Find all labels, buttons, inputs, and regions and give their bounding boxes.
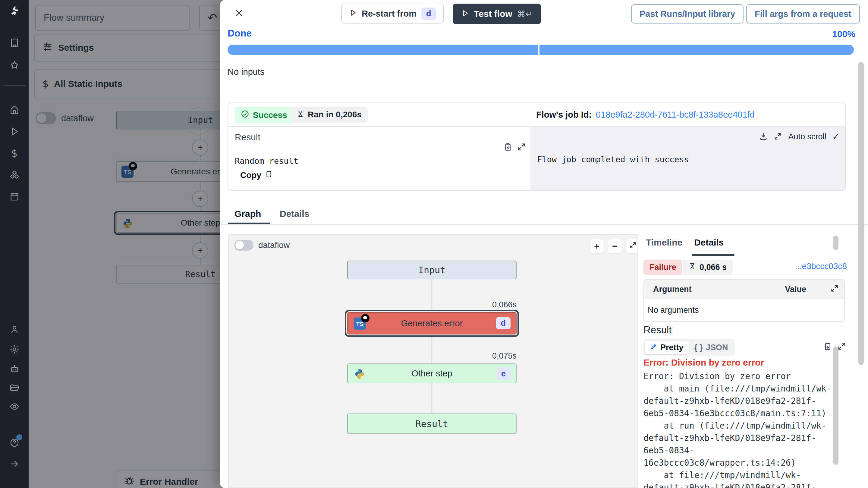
json-toggle[interactable]: { } JSON xyxy=(689,341,734,354)
error-title: Error: Division by zero error xyxy=(644,357,764,368)
run-card-header: Success Ran in 0,206s Flow's job Id: 018… xyxy=(228,103,845,127)
result-view-switch: Pretty { } JSON xyxy=(644,339,735,355)
graph-node-input[interactable]: Input xyxy=(347,261,517,279)
details-scrollbar-thumb[interactable] xyxy=(833,235,838,250)
clipboard-icon xyxy=(265,170,273,180)
arguments-table: Argument Value No arguments xyxy=(644,279,845,322)
no-inputs-label: No inputs xyxy=(227,67,265,77)
job-id-link[interactable]: 018e9fa2-280d-7611-bc8f-133a8ee401fd xyxy=(596,110,755,120)
tab-details[interactable]: Details xyxy=(280,209,309,219)
resources-cubes-icon[interactable] xyxy=(8,169,21,181)
status-percent: 100% xyxy=(832,29,855,39)
result-title: Result xyxy=(235,132,260,142)
drawer-scrollbar-thumb[interactable] xyxy=(858,62,864,365)
expand-icon xyxy=(629,241,637,251)
step-id-badge: d xyxy=(496,317,511,329)
log-toolbar: Auto scroll ✓ xyxy=(759,132,839,142)
flow-edge xyxy=(432,383,432,413)
run-result-card: Success Ran in 0,206s Flow's job Id: 018… xyxy=(227,103,846,191)
play-icon xyxy=(349,9,357,19)
step-result-title: Result xyxy=(644,324,672,336)
close-drawer-button[interactable] xyxy=(231,6,247,21)
col-argument: Argument xyxy=(653,285,692,294)
test-flow-drawer: Re-start from d Test flow ⌘↵ Past Runs/I… xyxy=(220,0,868,488)
pen-icon xyxy=(650,343,657,352)
step-details-panel: Timeline Details Failure 0,066 s ...e3bc… xyxy=(638,234,868,488)
expand-error-icon[interactable] xyxy=(837,342,846,351)
copy-error-icon[interactable] xyxy=(823,342,832,351)
restart-from-button[interactable]: Re-start from d xyxy=(341,4,444,24)
play-icon xyxy=(461,9,469,19)
active-tab-underline xyxy=(692,254,735,256)
check-circle-icon xyxy=(241,110,249,120)
zoom-in-button[interactable]: + xyxy=(590,239,604,253)
download-log-icon[interactable] xyxy=(759,132,768,142)
typescript-icon: TS xyxy=(354,318,366,329)
node-duration: 0,066s xyxy=(347,300,517,310)
graph-node-result[interactable]: Result xyxy=(347,413,517,434)
flow-graph-panel: dataflow + − Input 0,066s TS Generates e… xyxy=(228,234,638,488)
run-log-panel: Auto scroll ✓ Flow job completed with su… xyxy=(530,127,845,190)
schedules-calendar-icon[interactable] xyxy=(8,191,21,203)
step-id-badge: e xyxy=(496,368,510,380)
error-log-scrollbar-thumb[interactable] xyxy=(833,347,838,465)
windmill-logo[interactable] xyxy=(8,5,21,17)
failure-badge: Failure xyxy=(644,260,682,275)
worker-robot-icon[interactable] xyxy=(8,363,21,375)
settings-gear-icon[interactable] xyxy=(8,343,21,355)
user-icon[interactable] xyxy=(8,323,21,335)
status-label: Done xyxy=(227,28,252,39)
notification-dot xyxy=(16,434,22,440)
error-stack-trace: Error: Division by zero error at main (f… xyxy=(644,370,855,488)
test-flow-button[interactable]: Test flow ⌘↵ xyxy=(453,4,541,24)
runs-play-icon[interactable] xyxy=(8,125,21,138)
past-runs-button[interactable]: Past Runs/Input library xyxy=(631,4,744,24)
favorites-star-icon[interactable] xyxy=(8,59,21,71)
graph-dataflow-toggle[interactable] xyxy=(234,240,253,251)
home-icon[interactable] xyxy=(8,104,21,116)
python-icon xyxy=(354,368,365,382)
duration-badge: Ran in 0,206s xyxy=(291,107,368,122)
deno-badge-icon xyxy=(361,314,370,322)
autoscroll-check-icon[interactable]: ✓ xyxy=(832,132,839,142)
pretty-toggle[interactable]: Pretty xyxy=(645,341,689,354)
shortcut-hint: ⌘↵ xyxy=(517,9,532,19)
audit-eye-icon[interactable] xyxy=(8,401,21,412)
node-duration: 0,075s xyxy=(347,351,517,361)
table-row: No arguments xyxy=(644,299,844,321)
copy-result-icon[interactable] xyxy=(503,142,512,151)
expand-table-icon[interactable] xyxy=(830,284,839,295)
help-icon[interactable] xyxy=(8,437,21,449)
step-duration-badge: 0,066 s xyxy=(683,260,733,275)
collapse-arrow-icon[interactable] xyxy=(8,458,21,470)
tab-step-details[interactable]: Details xyxy=(694,237,724,248)
result-value: Random result xyxy=(235,156,299,166)
zoom-out-button[interactable]: − xyxy=(608,239,622,253)
tab-graph[interactable]: Graph xyxy=(235,209,261,219)
graph-node-generates-error[interactable]: TS Generates error d xyxy=(347,312,517,335)
workspace-building-icon[interactable] xyxy=(8,37,21,49)
tabs-divider xyxy=(220,224,868,225)
fill-args-button[interactable]: Fill args from a request xyxy=(746,4,860,24)
step-job-link[interactable]: ...e3bccc03c8 xyxy=(795,261,847,271)
hourglass-icon xyxy=(689,263,696,272)
col-value: Value xyxy=(785,285,807,294)
log-line: Flow job completed with success xyxy=(537,155,689,164)
autoscroll-label[interactable]: Auto scroll xyxy=(788,132,826,141)
progress-bar xyxy=(227,45,854,55)
job-id-label: Flow's job Id: xyxy=(536,110,592,120)
app-sidebar: $ xyxy=(0,0,29,488)
tab-timeline[interactable]: Timeline xyxy=(646,237,682,248)
expand-result-icon[interactable] xyxy=(517,142,526,151)
graph-node-other-step[interactable]: Other step e xyxy=(347,364,517,383)
hourglass-icon xyxy=(297,110,304,119)
variables-dollar-icon[interactable]: $ xyxy=(8,147,21,159)
folders-icon[interactable] xyxy=(8,382,21,394)
graph-dataflow-label: dataflow xyxy=(258,240,290,250)
progress-segment-divider xyxy=(538,45,539,55)
close-icon xyxy=(235,8,244,19)
expand-log-icon[interactable] xyxy=(774,132,782,142)
sidebar-divider xyxy=(3,85,26,86)
copy-button[interactable]: Copy xyxy=(240,170,273,180)
braces-icon: { } xyxy=(694,343,703,352)
